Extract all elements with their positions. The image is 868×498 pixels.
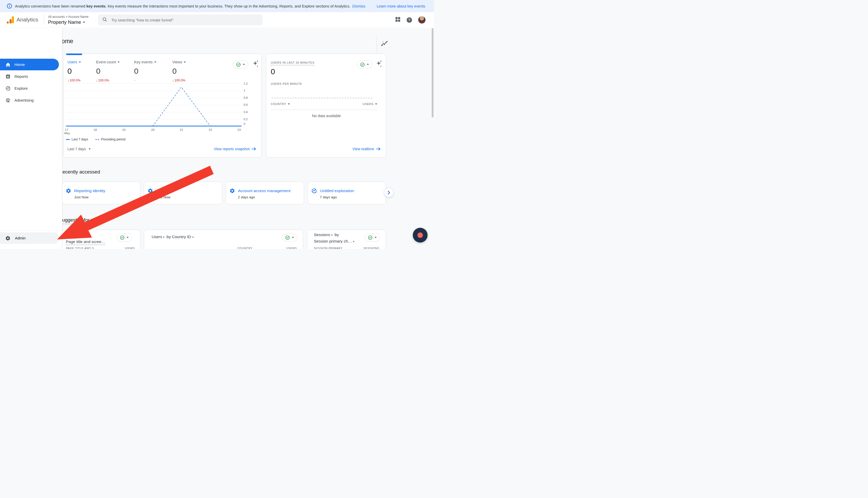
recent-card-admin[interactable]: Admin Just Now <box>144 182 222 204</box>
admin-label: Admin <box>15 236 26 240</box>
recent-card-account-access[interactable]: Account access management 2 days ago <box>226 182 304 204</box>
apps-grid-icon[interactable] <box>395 17 401 23</box>
active-tab-indicator <box>66 53 82 55</box>
chevron-down-icon <box>353 241 355 242</box>
card-title-line1: Sessions by <box>314 233 339 237</box>
card-title: Users by Country ID <box>152 235 194 239</box>
column-header-left[interactable]: SESSION PRIMARY … <box>314 247 347 249</box>
chevron-down-icon <box>154 62 156 63</box>
analytics-logo-icon <box>7 16 14 24</box>
chevron-down-icon <box>163 237 165 238</box>
card-title-line2: Session primary ch… <box>314 239 355 244</box>
metric-key-events[interactable]: Key events 0 - <box>134 60 156 82</box>
sidebar-item-admin[interactable]: Admin <box>0 233 59 244</box>
sidebar-item-advertising[interactable]: Advertising <box>0 94 59 106</box>
record-dot-icon <box>418 233 423 238</box>
info-icon <box>7 3 12 10</box>
banner-message: Analytics conversions have been renamed … <box>15 4 350 8</box>
realtime-title: USERS IN LAST 30 MINUTES <box>271 61 314 65</box>
data-quality-button[interactable] <box>357 61 372 68</box>
column-header-right[interactable]: USERS <box>286 247 297 249</box>
recently-accessed-heading: Recently accessed <box>59 169 100 175</box>
chevron-down-icon <box>118 62 120 63</box>
home-icon <box>5 62 11 67</box>
sidebar: Home Reports Explore Advertising Admin <box>0 28 62 249</box>
search-icon <box>102 17 107 23</box>
chevron-down-icon <box>79 62 81 63</box>
search-bar[interactable] <box>98 14 262 25</box>
check-circle-icon <box>368 235 372 240</box>
chevron-down-icon <box>288 103 290 105</box>
check-circle-icon <box>360 62 365 67</box>
avatar[interactable] <box>418 16 425 24</box>
users-per-minute-label: USERS PER MINUTE <box>271 82 302 85</box>
suggested-card-users-by-country[interactable]: Users by Country ID COUNTRY USERS <box>144 230 303 249</box>
sidebar-item-explore[interactable]: Explore <box>0 82 59 94</box>
last-7-days-line <box>66 126 242 127</box>
metric-event-count[interactable]: Event count 0 100.0% <box>96 60 120 82</box>
users-column-header[interactable]: USERS <box>363 102 377 105</box>
chart-legend: Last 7 days Preceding period <box>66 137 125 141</box>
column-header-right[interactable]: VIEWS <box>125 247 135 249</box>
advertising-icon <box>5 98 11 103</box>
solid-line-swatch <box>66 139 70 140</box>
column-header-left[interactable]: COUNTRY <box>238 247 253 249</box>
month-label: May <box>64 132 70 135</box>
card-title-line1: Views by <box>66 233 82 239</box>
sparkle-icon[interactable] <box>376 60 382 69</box>
gear-icon <box>229 188 235 195</box>
dashed-line-swatch <box>95 139 99 140</box>
gear-icon <box>5 236 11 241</box>
view-realtime-link[interactable]: View realtime <box>352 147 381 151</box>
no-data-message: No data available <box>266 114 386 118</box>
breadcrumb[interactable]: All accounts > Account Name <box>48 15 89 18</box>
column-header-left[interactable]: PAGE TITLE AND S… <box>66 247 97 249</box>
check-circle-icon <box>236 62 241 67</box>
carousel-next-button[interactable] <box>384 188 393 197</box>
chevron-down-icon <box>89 148 91 150</box>
key-events-banner: Analytics conversions have been renamed … <box>0 0 434 12</box>
card-title-line2: Page title and scree… <box>66 239 105 245</box>
column-header-right[interactable]: SESSIONS <box>364 247 379 249</box>
search-input[interactable] <box>111 17 252 23</box>
divider <box>377 36 377 53</box>
sidebar-item-reports[interactable]: Reports <box>0 70 59 82</box>
chevron-down-icon <box>192 237 194 238</box>
overview-card: Users 0 100.0% Event count 0 100.0% Key … <box>63 53 262 157</box>
metric-users[interactable]: Users 0 100.0% <box>67 60 81 82</box>
date-range-selector[interactable]: Last 7 days <box>67 147 91 151</box>
insights-icon[interactable] <box>381 40 388 48</box>
sparkle-icon[interactable] <box>253 60 259 69</box>
data-quality-button[interactable] <box>365 234 380 241</box>
recent-card-reporting-identity[interactable]: Reporting identity Just Now <box>62 182 140 204</box>
gear-icon <box>66 188 71 195</box>
country-column-header[interactable]: COUNTRY <box>271 102 290 105</box>
dismiss-button[interactable]: Dismiss <box>352 4 365 8</box>
learn-more-link[interactable]: Learn more about key events <box>377 4 425 8</box>
check-circle-icon <box>285 235 290 240</box>
suggested-card-sessions-by-channel[interactable]: Sessions by Session primary ch… SESSION … <box>307 230 386 249</box>
explore-icon <box>5 86 11 91</box>
data-quality-button[interactable] <box>233 61 248 68</box>
chevron-down-icon <box>83 22 85 23</box>
exploration-icon <box>311 188 317 195</box>
data-quality-button[interactable] <box>117 234 132 241</box>
suggested-card-views-by-page-title[interactable]: Views by Page title and scree… PAGE TITL… <box>62 230 140 249</box>
chat-bubble-button[interactable] <box>413 228 428 243</box>
data-quality-button[interactable] <box>282 234 297 241</box>
recent-card-untitled-exploration[interactable]: Untitled exploration 7 days ago <box>308 182 386 204</box>
view-reports-snapshot-link[interactable]: View reports snapshot <box>214 147 256 151</box>
sidebar-item-home[interactable]: Home <box>0 59 59 70</box>
help-icon[interactable] <box>407 17 412 23</box>
property-selector[interactable]: Property Name <box>48 19 85 25</box>
chevron-down-icon <box>367 64 369 65</box>
vertical-scrollbar-thumb[interactable] <box>432 28 433 117</box>
chevron-down-icon <box>292 237 294 238</box>
chevron-down-icon <box>126 237 128 238</box>
chevron-right-icon <box>387 191 391 195</box>
metric-views[interactable]: Views 0 100.0% <box>172 60 186 82</box>
realtime-value: 0 <box>271 67 275 76</box>
check-circle-icon <box>120 235 124 240</box>
chevron-down-icon <box>243 64 245 65</box>
arrow-right-icon <box>376 147 381 151</box>
